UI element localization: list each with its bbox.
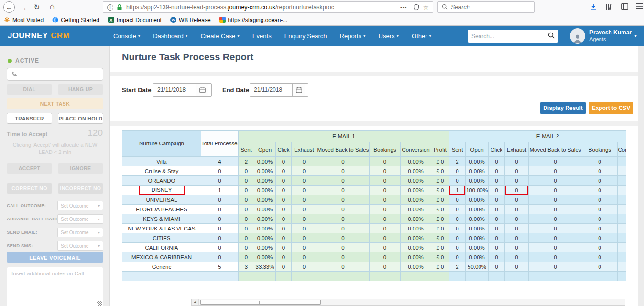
email1-cell: 0.00% <box>254 166 276 176</box>
phone-number-field[interactable] <box>7 68 103 81</box>
sidebar-toggle-icon[interactable] <box>621 3 628 10</box>
app-search-field[interactable] <box>468 30 558 43</box>
scroll-left-arrow[interactable]: ◀ <box>192 299 199 305</box>
email1-cell: 0 <box>276 157 292 166</box>
chevron-down-icon: ▾ <box>98 230 100 235</box>
email2-cell: 0 <box>489 224 505 233</box>
gear-icon <box>4 17 10 23</box>
nav-users[interactable]: Users▾ <box>379 33 399 40</box>
user-avatar[interactable] <box>570 28 585 44</box>
resize-grip[interactable] <box>97 301 102 306</box>
start-date-input[interactable] <box>153 84 196 96</box>
ignore-button[interactable]: IGNORE <box>58 163 103 174</box>
display-result-button[interactable]: Display Result <box>540 102 586 114</box>
email1-cell: 0 <box>276 243 292 252</box>
browser-window: ← → ↻ ⌂ i https://spp2-139-nurture-lead-… <box>0 0 644 306</box>
email1-cell: 0 <box>317 262 370 272</box>
email2-cell <box>618 262 626 272</box>
bookmark-staging-ocean[interactable]: https://staging.ocean-... <box>219 17 288 23</box>
page-actions-icon[interactable]: ••• <box>400 4 407 10</box>
email1-cell: 0.00% <box>401 205 431 214</box>
table-row: CITIES000.00%00000.00%£ 000.00%0000 <box>122 233 627 243</box>
header-e2-click: Click <box>489 142 505 157</box>
app-logo[interactable]: JOURNEY CRM <box>8 26 70 46</box>
campaign-cell: KEYS & MIAMI <box>122 214 201 224</box>
bookmark-wb-release[interactable]: W WB Release <box>170 17 211 23</box>
email1-cell: 0 <box>317 176 370 186</box>
email1-cell: 0 <box>239 243 254 252</box>
email1-cell: £ 0 <box>431 176 449 186</box>
correct-no-button[interactable]: CORRECT NO <box>7 183 52 194</box>
nav-other[interactable]: Other▾ <box>412 33 431 40</box>
email1-cell: 0 <box>276 224 292 233</box>
forward-button[interactable]: → <box>19 3 28 11</box>
email2-cell: 0 <box>529 233 582 243</box>
email2-cell: 0 <box>505 157 529 166</box>
bookmark-star-icon[interactable]: ☆ <box>423 3 429 11</box>
app-search-input[interactable] <box>471 33 548 40</box>
horizontal-scrollbar[interactable]: ◀ <box>191 299 625 306</box>
header-nurture-campaign: Nurture Campaign <box>122 131 201 157</box>
header-e1-sent: Sent <box>239 142 254 157</box>
end-date-input[interactable] <box>250 84 292 96</box>
send-email-select[interactable]: Set Outcome▾ <box>57 228 103 237</box>
menu-icon[interactable] <box>636 3 643 9</box>
home-button[interactable]: ⌂ <box>48 2 56 11</box>
email2-cell: 0 <box>489 186 505 195</box>
nav-dashboard[interactable]: Dashboard▾ <box>153 33 187 40</box>
calendar-icon[interactable] <box>196 84 208 96</box>
email1-cell: 0.00% <box>254 214 276 224</box>
page-info-icon[interactable]: i <box>107 4 113 11</box>
email2-cell <box>618 224 626 233</box>
call-notes-textarea[interactable] <box>7 267 103 306</box>
email2-cell: 0 <box>449 224 466 233</box>
browser-search-field[interactable]: Search <box>437 1 535 13</box>
scrollbar-thumb[interactable] <box>200 300 321 305</box>
library-icon[interactable] <box>606 3 612 10</box>
call-outcome-select[interactable]: Set Outcome▾ <box>57 201 103 210</box>
total-processes-cell: 0 <box>201 205 239 214</box>
transfer-button[interactable]: TRANSFER <box>7 113 52 124</box>
arrange-call-back-select[interactable]: Set Outcome▾ <box>57 214 103 224</box>
accept-button[interactable]: ACCEPT <box>7 163 52 174</box>
reload-button[interactable]: ↻ <box>33 2 41 11</box>
email1-cell: 0.00% <box>254 205 276 214</box>
user-menu-caret-icon[interactable]: ▾ <box>634 33 637 38</box>
email2-cell: 0.00% <box>466 157 489 166</box>
email1-cell: 0.00% <box>401 166 431 176</box>
calendar-icon[interactable] <box>292 84 305 96</box>
shield-icon[interactable] <box>413 4 419 11</box>
export-to-csv-button[interactable]: Export to CSV <box>589 102 633 114</box>
email2-cell: 0 <box>489 243 505 252</box>
nav-console[interactable]: Console▾ <box>113 33 140 40</box>
email2-cell <box>582 272 618 281</box>
nav-enquiry-search[interactable]: Enquiry Search <box>284 33 327 40</box>
place-on-hold-button[interactable]: PLACE ON HOLD <box>58 113 103 124</box>
bookmark-most-visited[interactable]: Most Visited <box>4 17 44 23</box>
bookmark-impact-document[interactable]: X Impact Document <box>108 17 162 23</box>
back-button[interactable]: ← <box>3 1 15 13</box>
bookmark-getting-started[interactable]: Getting Started <box>52 17 99 23</box>
send-sms-select[interactable]: Set Outcome▾ <box>57 241 103 251</box>
dial-button[interactable]: DIAL <box>7 84 52 95</box>
table-row: NEW YORK & LAS VEGAS000.00%00000.00%£ 00… <box>122 224 627 233</box>
nav-reports[interactable]: Reports▾ <box>340 33 366 40</box>
hang-up-button[interactable]: HANG UP <box>58 84 103 95</box>
address-bar[interactable]: i https://spp2-139-nurture-lead-process.… <box>103 1 433 13</box>
app-header: JOURNEY CRM Console▾ Dashboard▾ Create C… <box>0 26 644 46</box>
email1-cell: 0 <box>239 233 254 243</box>
total-processes-cell: 4 <box>201 157 239 166</box>
incorrect-no-button[interactable]: INCORRECT NO <box>58 183 103 194</box>
email1-cell <box>276 272 292 281</box>
globe-icon <box>52 17 58 23</box>
nav-events[interactable]: Events <box>252 33 272 40</box>
phone-number-input[interactable] <box>21 71 98 78</box>
lock-icon[interactable] <box>117 4 122 11</box>
next-task-button[interactable]: NEXT TASK <box>7 98 103 109</box>
email1-cell: 0 <box>276 252 292 262</box>
email1-cell: 0 <box>317 252 370 262</box>
leave-voicemail-button[interactable]: LEAVE VOICEMAIL <box>7 252 103 263</box>
nav-create-case[interactable]: Create Case▾ <box>200 33 240 40</box>
download-icon[interactable] <box>590 3 597 10</box>
email1-cell: 0.00% <box>401 195 431 205</box>
